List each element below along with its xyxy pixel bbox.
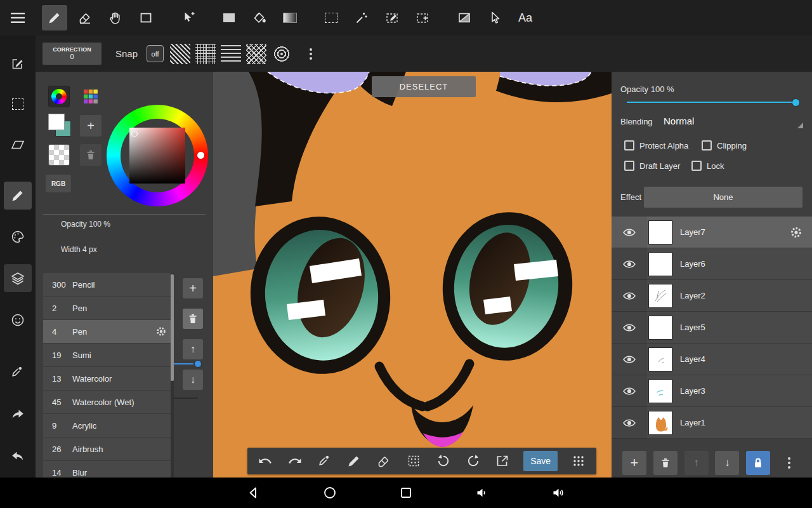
- nav-home-button[interactable]: [322, 485, 337, 500]
- hue-cursor[interactable]: [197, 152, 204, 159]
- text-tool-button[interactable]: Aa: [513, 5, 538, 30]
- layer-more-button[interactable]: [777, 451, 801, 475]
- clipping-checkbox[interactable]: [702, 140, 712, 150]
- sidebar-brush-button[interactable]: [4, 182, 32, 210]
- select-eraser-tool-button[interactable]: [410, 5, 435, 30]
- snap-off-button[interactable]: off: [147, 45, 164, 62]
- layer-row[interactable]: Layer3: [612, 375, 812, 407]
- layer-opacity-slider[interactable]: [627, 98, 798, 107]
- correction-button[interactable]: CORRECTION 0: [43, 43, 102, 65]
- lock-checkbox[interactable]: [691, 161, 702, 171]
- brush-item[interactable]: 19 Sumi: [43, 344, 171, 367]
- brush-item[interactable]: 300 Pencil: [43, 273, 171, 297]
- layer-row[interactable]: Layer6: [612, 248, 812, 280]
- layer-visibility-toggle[interactable]: [612, 344, 647, 375]
- menu-button[interactable]: [5, 5, 30, 30]
- rotate-cw-button[interactable]: [464, 452, 482, 470]
- brush-item[interactable]: 14 Blur: [43, 461, 171, 478]
- sidebar-transform-button[interactable]: [4, 131, 32, 159]
- sidebar-edit-canvas-button[interactable]: [4, 50, 32, 77]
- sidebar-eyedropper-button[interactable]: [4, 358, 32, 386]
- brush-list-scrollbar[interactable]: [171, 273, 174, 478]
- draft-layer-checkbox[interactable]: [624, 161, 634, 171]
- sidebar-select-button[interactable]: [4, 90, 32, 118]
- layer-visibility-toggle[interactable]: [612, 407, 647, 439]
- blending-dropdown[interactable]: Normal: [664, 116, 694, 126]
- saturation-value-picker[interactable]: [129, 128, 185, 184]
- layer-visibility-toggle[interactable]: [612, 375, 647, 407]
- protect-alpha-checkbox[interactable]: [624, 140, 634, 150]
- layer-row[interactable]: Layer2: [612, 280, 812, 312]
- snap-parallel-button[interactable]: [170, 44, 190, 64]
- rgb-mode-button[interactable]: RGB: [46, 175, 71, 192]
- sidebar-about-button[interactable]: [4, 306, 32, 334]
- pointer-tool-button[interactable]: [482, 5, 508, 30]
- undo-button[interactable]: [256, 452, 274, 470]
- screentone-button[interactable]: [405, 452, 422, 470]
- rotate-ccw-button[interactable]: [435, 452, 452, 470]
- sidebar-undo-button[interactable]: [4, 442, 32, 470]
- canvas-area[interactable]: DESELECT: [213, 72, 612, 478]
- brush-settings-gear-icon[interactable]: [155, 326, 167, 337]
- layer-row[interactable]: Layer4: [612, 344, 812, 375]
- brush-button[interactable]: [345, 452, 363, 470]
- fill-rect-tool-button[interactable]: [216, 5, 242, 30]
- delete-brush-button[interactable]: [183, 309, 203, 329]
- snap-concentric-button[interactable]: [272, 44, 292, 64]
- delete-layer-button[interactable]: [653, 451, 678, 475]
- divide-canvas-tool-button[interactable]: [452, 5, 477, 30]
- bucket-tool-button[interactable]: [247, 5, 272, 30]
- sv-cursor[interactable]: [131, 131, 138, 137]
- brush-item[interactable]: 45 Watercolor (Wet): [43, 391, 171, 414]
- open-in-new-button[interactable]: [494, 452, 511, 470]
- eraser-button[interactable]: [375, 452, 393, 470]
- move-tool-button[interactable]: [176, 5, 201, 30]
- layer-row-selected[interactable]: Layer7: [612, 217, 812, 248]
- save-button[interactable]: Save: [523, 451, 558, 471]
- add-layer-button[interactable]: +: [622, 451, 646, 475]
- brush-item[interactable]: 2 Pen: [43, 297, 171, 320]
- snap-vanishing-point-button[interactable]: [246, 44, 266, 64]
- brush-tool-button[interactable]: [42, 5, 67, 30]
- snap-more-button[interactable]: [303, 48, 318, 60]
- select-rect-tool-button[interactable]: [318, 5, 344, 30]
- snap-grid-button[interactable]: [195, 44, 216, 64]
- add-brush-button[interactable]: +: [183, 278, 203, 298]
- move-brush-up-button[interactable]: ↑: [183, 339, 203, 359]
- eraser-tool-button[interactable]: [72, 5, 98, 30]
- eyedropper-button[interactable]: [316, 452, 334, 470]
- sidebar-redo-button[interactable]: [4, 400, 32, 428]
- layer-row[interactable]: Layer5: [612, 312, 812, 344]
- sidebar-layers-button[interactable]: [4, 264, 32, 292]
- layer-visibility-toggle[interactable]: [612, 312, 647, 344]
- palette-grid-button[interactable]: [80, 86, 102, 107]
- layer-settings-gear-icon[interactable]: [789, 225, 803, 239]
- snap-horizontal-button[interactable]: [221, 44, 241, 64]
- delete-color-button[interactable]: [80, 144, 102, 166]
- redo-button[interactable]: [286, 452, 304, 470]
- nav-volume-up-button[interactable]: [551, 485, 566, 500]
- layer-visibility-toggle[interactable]: [612, 280, 647, 312]
- layer-row[interactable]: Layer1: [612, 407, 812, 439]
- canvas-artwork[interactable]: [213, 72, 612, 478]
- magic-wand-tool-button[interactable]: [349, 5, 374, 30]
- deselect-button[interactable]: DESELECT: [372, 76, 476, 97]
- lock-layer-button[interactable]: [746, 451, 770, 475]
- layer-visibility-toggle[interactable]: [612, 217, 647, 248]
- hand-tool-button[interactable]: [103, 5, 128, 30]
- color-wheel[interactable]: [107, 105, 208, 206]
- transparent-color-button[interactable]: [48, 144, 70, 166]
- move-layer-up-button[interactable]: ↑: [684, 451, 709, 475]
- move-brush-down-button[interactable]: ↓: [183, 370, 203, 390]
- material-grid-button[interactable]: [570, 452, 587, 470]
- select-pen-tool-button[interactable]: [379, 5, 405, 30]
- add-color-button[interactable]: +: [80, 115, 102, 137]
- current-color-swatch[interactable]: [48, 114, 71, 137]
- nav-back-button[interactable]: [246, 485, 261, 500]
- nav-recents-button[interactable]: [398, 485, 414, 500]
- shape-rect-tool-button[interactable]: [133, 5, 159, 30]
- move-layer-down-button[interactable]: ↓: [715, 451, 739, 475]
- brush-item[interactable]: 9 Acrylic: [43, 414, 171, 438]
- brush-item[interactable]: 13 Watercolor: [43, 367, 171, 391]
- brush-item[interactable]: 26 Airbrush: [43, 438, 171, 461]
